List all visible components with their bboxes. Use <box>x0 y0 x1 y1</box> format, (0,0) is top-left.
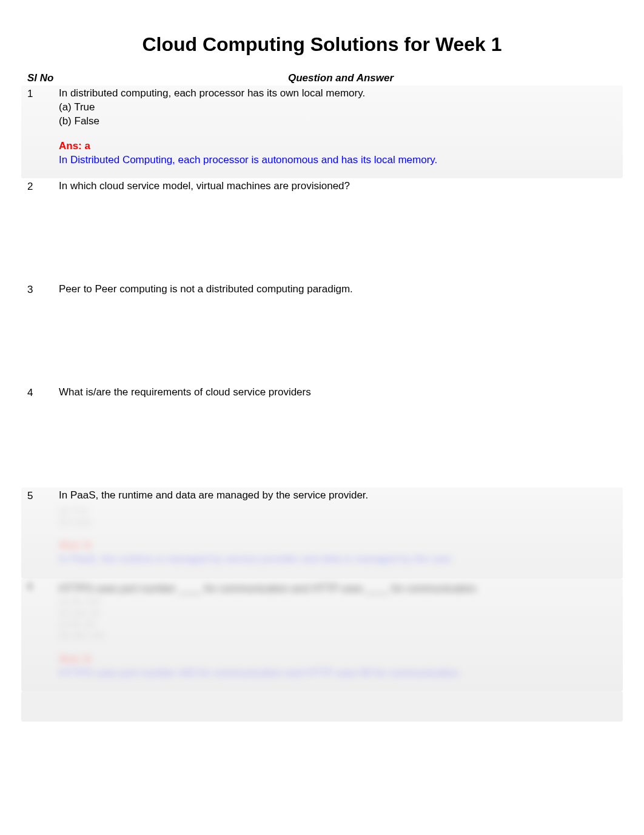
row-content <box>59 692 623 711</box>
blurred-content: HTTPS uses port number ____ for communic… <box>59 582 623 680</box>
row-number: 6 <box>21 580 59 680</box>
row-number: 2 <box>21 179 59 270</box>
blurred-answer: Ans: b <box>59 538 599 552</box>
qa-table: Sl No Question and Answer 1 In distribut… <box>0 71 644 722</box>
row-content: Peer to Peer computing is not a distribu… <box>59 283 623 374</box>
table-row <box>21 691 623 722</box>
row-number <box>21 692 59 711</box>
header-slno: Sl No <box>21 72 59 84</box>
row-content: In PaaS, the runtime and data are manage… <box>59 489 623 568</box>
row-content: In which cloud service model, virtual ma… <box>59 179 623 270</box>
blurred-option: (b) 443, 80 <box>59 608 599 619</box>
blurred-option: (a) 80, 443 <box>59 596 599 608</box>
row-number: 3 <box>21 283 59 374</box>
table-row: 4 What is/are the requirements of cloud … <box>21 384 623 488</box>
row-content: What is/are the requirements of cloud se… <box>59 386 623 477</box>
question-text: In which cloud service model, virtual ma… <box>59 180 350 192</box>
row-content: In distributed computing, each processor… <box>59 87 623 167</box>
blurred-question: HTTPS uses port number ____ for communic… <box>59 583 478 594</box>
table-row: 2 In which cloud service model, virtual … <box>21 178 623 281</box>
answer-label: Ans: a <box>59 139 599 153</box>
option-b: (b) False <box>59 115 599 129</box>
page-title: Cloud Computing Solutions for Week 1 <box>0 0 644 71</box>
blurred-option: (d) 443, 443 <box>59 630 599 642</box>
row-number: 1 <box>21 87 59 167</box>
blurred-option: (b) False <box>59 517 599 528</box>
table-row: 3 Peer to Peer computing is not a distri… <box>21 281 623 384</box>
table-row: 1 In distributed computing, each process… <box>21 86 623 178</box>
row-number: 4 <box>21 386 59 477</box>
question-text: What is/are the requirements of cloud se… <box>59 386 311 398</box>
blurred-explanation: HTTPS uses port number 443 for communica… <box>59 666 599 680</box>
question-text: In distributed computing, each processor… <box>59 87 365 99</box>
table-header-row: Sl No Question and Answer <box>21 71 623 86</box>
answer-explanation: In Distributed Computing, each processor… <box>59 153 599 167</box>
question-text: Peer to Peer computing is not a distribu… <box>59 283 353 295</box>
blurred-answer: Ans: b <box>59 652 599 666</box>
table-row: 5 In PaaS, the runtime and data are mana… <box>21 488 623 578</box>
blurred-explanation: In PaaS, the runtime is managed by servi… <box>59 552 599 566</box>
header-qa: Question and Answer <box>59 72 623 84</box>
question-text: In PaaS, the runtime and data are manage… <box>59 489 368 501</box>
row-number: 5 <box>21 489 59 568</box>
table-row: 6 HTTPS uses port number ____ for commun… <box>21 578 623 691</box>
blurred-content: (a) True (b) False Ans: b In PaaS, the r… <box>59 505 599 567</box>
blurred-option: (c) 80, 80 <box>59 619 599 630</box>
option-a: (a) True <box>59 101 599 115</box>
blurred-option: (a) True <box>59 505 599 517</box>
